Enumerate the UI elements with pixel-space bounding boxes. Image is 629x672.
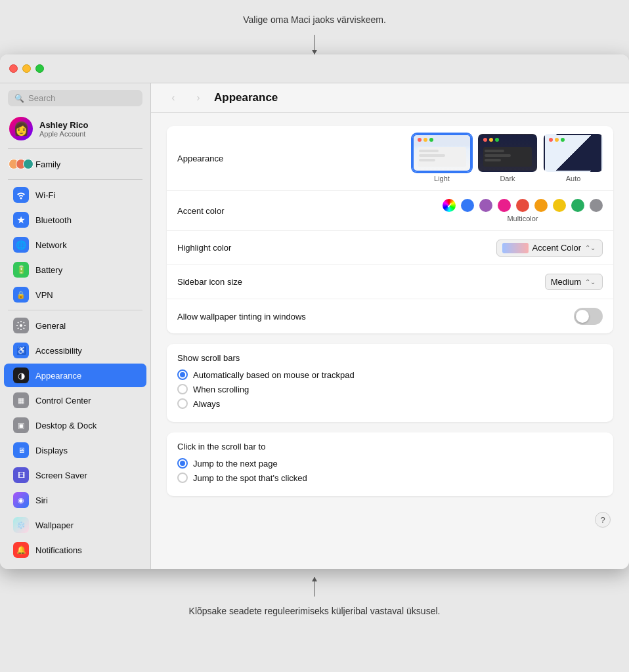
- sidebar-item-control-center[interactable]: ▦ Control Center: [4, 388, 146, 412]
- sidebar-item-wallpaper[interactable]: ❄️ Wallpaper: [4, 513, 146, 537]
- accent-color-control: Multicolor: [309, 199, 603, 222]
- sidebar-item-screensaver[interactable]: 🎞 Screen Saver: [4, 463, 146, 487]
- scroll-scrolling-option[interactable]: When scrolling: [177, 384, 603, 394]
- color-purple[interactable]: [479, 199, 492, 212]
- help-button[interactable]: ?: [595, 512, 611, 528]
- user-info: Ashley Rico Apple Account: [39, 120, 88, 138]
- back-button[interactable]: ‹: [164, 91, 183, 104]
- sidebar-item-appearance[interactable]: ◑ Appearance: [4, 364, 146, 387]
- highlight-color-label: Highlight color: [177, 243, 309, 253]
- sidebar-item-wifi[interactable]: Wi-Fi: [4, 183, 146, 207]
- sidebar-icon-size-control: Medium ⌃⌄: [309, 274, 603, 290]
- highlight-swatch: [502, 243, 529, 253]
- sidebar-item-desktop[interactable]: ▣ Desktop & Dock: [4, 413, 146, 437]
- click-scroll-title: Click in the scroll bar to: [177, 442, 603, 452]
- sidebar-item-displays[interactable]: 🖥 Displays: [4, 438, 146, 462]
- accent-color-row: Accent color: [167, 191, 613, 231]
- maximize-button[interactable]: [35, 64, 44, 73]
- scroll-always-radio[interactable]: [177, 398, 188, 409]
- sidebar: 🔍 Search 👩 Ashley Rico Apple Account: [0, 83, 151, 569]
- appearance-option-light[interactable]: Light: [412, 134, 471, 182]
- scroll-bars-title: Show scroll bars: [177, 353, 603, 363]
- search-bar[interactable]: 🔍 Search: [8, 90, 142, 106]
- bluetooth-label: Bluetooth: [35, 215, 72, 225]
- color-graphite[interactable]: [590, 199, 603, 212]
- appearance-setting-label: Appearance: [177, 154, 309, 163]
- network-label: Network: [35, 240, 67, 250]
- highlight-color-select[interactable]: Accent Color ⌃⌄: [496, 240, 603, 257]
- scroll-auto-option[interactable]: Automatically based on mouse or trackpad: [177, 369, 603, 380]
- click-spot-label: Jump to the spot that's clicked: [193, 473, 307, 483]
- notifications-label: Notifications: [35, 545, 82, 555]
- battery-icon: 🔋: [13, 262, 29, 278]
- click-spot-radio[interactable]: [177, 472, 188, 483]
- highlight-color-row: Highlight color Accent Color ⌃⌄: [167, 231, 613, 265]
- network-icon: 🌐: [13, 237, 29, 253]
- multicolor-label: Multicolor: [507, 215, 538, 222]
- sidebar-item-bluetooth[interactable]: ★ Bluetooth: [4, 208, 146, 232]
- appearance-icon: ◑: [13, 368, 29, 383]
- appearance-option-dark[interactable]: Dark: [478, 134, 537, 182]
- wallpaper-tinting-toggle[interactable]: [574, 308, 603, 325]
- scroll-always-option[interactable]: Always: [177, 398, 603, 409]
- click-spot-option[interactable]: Jump to the spot that's clicked: [177, 472, 603, 483]
- divider-3: [8, 310, 142, 310]
- user-subtitle: Apple Account: [39, 130, 88, 138]
- sidebar-icon-size-row: Sidebar icon size Medium ⌃⌄: [167, 265, 613, 299]
- sidebar-item-general[interactable]: General: [4, 314, 146, 337]
- appearance-options: Light: [412, 134, 603, 182]
- light-thumb: [412, 134, 471, 172]
- appearance-options-control: Light: [309, 134, 603, 182]
- forward-button[interactable]: ›: [189, 91, 207, 104]
- sidebar-item-battery[interactable]: 🔋 Battery: [4, 258, 146, 282]
- color-pink[interactable]: [498, 199, 511, 212]
- sidebar-item-siri[interactable]: ◉ Siri: [4, 488, 146, 512]
- color-green[interactable]: [571, 199, 584, 212]
- color-multicolor[interactable]: [443, 199, 456, 212]
- scroll-scrolling-radio[interactable]: [177, 384, 188, 394]
- scroll-auto-radio[interactable]: [177, 369, 188, 380]
- minimize-button[interactable]: [22, 64, 31, 73]
- color-orange[interactable]: [534, 199, 548, 212]
- color-red[interactable]: [516, 199, 529, 212]
- divider-2: [8, 179, 142, 180]
- close-button[interactable]: [9, 64, 18, 73]
- main-settings-section: Appearance: [167, 126, 613, 333]
- avatar: 👩: [9, 117, 33, 140]
- scroll-auto-label: Automatically based on mouse or trackpad: [193, 370, 355, 380]
- sidebar-item-vpn[interactable]: 🔒 VPN: [4, 283, 146, 306]
- color-blue[interactable]: [461, 199, 474, 212]
- click-next-page-option[interactable]: Jump to the next page: [177, 458, 603, 469]
- appearance-option-auto[interactable]: Auto: [544, 134, 603, 182]
- search-icon: 🔍: [14, 94, 24, 103]
- click-next-page-label: Jump to the next page: [193, 459, 278, 469]
- accessibility-icon: ♿: [13, 343, 29, 358]
- desktop-icon: ▣: [13, 417, 29, 433]
- sidebar-item-notifications[interactable]: 🔔 Notifications: [4, 538, 146, 562]
- sidebar-icon-size-select[interactable]: Medium ⌃⌄: [545, 274, 603, 290]
- sidebar-item-network[interactable]: 🌐 Network: [4, 233, 146, 257]
- wifi-icon: [13, 187, 29, 203]
- auto-label: Auto: [566, 175, 581, 182]
- notifications-icon: 🔔: [13, 542, 29, 558]
- general-label: General: [35, 321, 66, 331]
- wallpaper-label: Wallpaper: [35, 520, 74, 530]
- main-header: ‹ › Appearance: [151, 83, 629, 113]
- help-row: ?: [167, 507, 613, 533]
- wallpaper-tinting-row: Allow wallpaper tinting in windows: [167, 299, 613, 333]
- click-next-page-radio[interactable]: [177, 458, 188, 469]
- sidebar-item-family[interactable]: Family: [4, 152, 146, 176]
- sidebar-item-accessibility[interactable]: ♿ Accessibility: [4, 339, 146, 362]
- color-yellow[interactable]: [553, 199, 566, 212]
- accent-colors: Multicolor: [443, 199, 603, 222]
- titlebar: [0, 54, 629, 83]
- control-center-icon: ▦: [13, 392, 29, 408]
- user-section[interactable]: 👩 Ashley Rico Apple Account: [0, 112, 150, 146]
- wallpaper-icon: ❄️: [13, 517, 29, 533]
- highlight-color-value: Accent Color: [532, 243, 581, 253]
- accent-color-label: Accent color: [177, 206, 309, 216]
- traffic-lights: [9, 64, 44, 73]
- screensaver-label: Screen Saver: [35, 471, 87, 480]
- search-placeholder: Search: [28, 93, 55, 103]
- general-icon: [13, 318, 29, 333]
